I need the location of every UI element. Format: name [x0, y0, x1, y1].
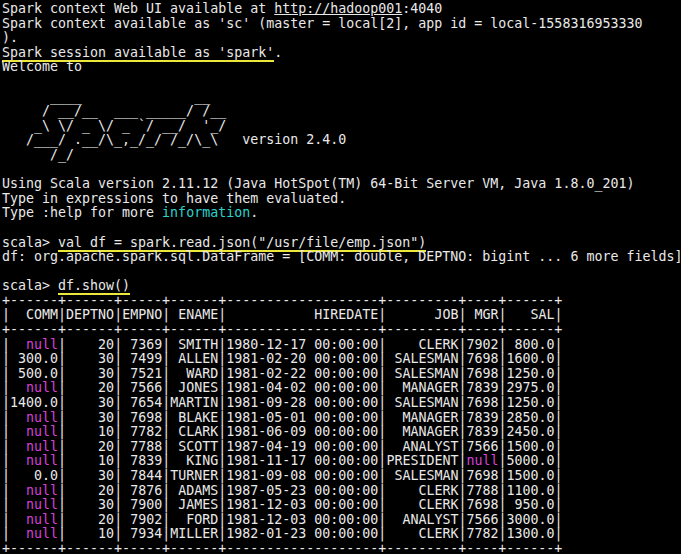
cell-value: MARTIN — [170, 395, 218, 410]
info-text: . — [250, 205, 258, 220]
cell-value: 7499 — [122, 351, 162, 366]
cell-value: 1500.0 — [507, 439, 555, 454]
cell-value: FORD — [170, 512, 218, 527]
cell-value: ANALYST — [386, 512, 458, 527]
cell-value: 7876 — [122, 483, 162, 498]
cell-value: 1250.0 — [507, 395, 555, 410]
table-border-line: +------+------+-----+------+------------… — [2, 294, 681, 309]
table-separator: | — [555, 380, 563, 395]
null-value: null — [10, 512, 58, 527]
cell-value: 10 — [66, 526, 114, 541]
cell-value: 30 — [66, 468, 114, 483]
table-separator: | — [58, 380, 66, 395]
cell-value: 7788 — [466, 483, 498, 498]
table-separator: | — [58, 483, 66, 498]
cell-value: 1300.0 — [507, 526, 555, 541]
table-separator: | — [162, 410, 170, 425]
table-separator: | — [58, 453, 66, 468]
column-header: HIREDATE — [226, 307, 378, 322]
table-separator: | — [162, 424, 170, 439]
cell-value: CLERK — [386, 337, 458, 352]
table-separator: | — [2, 337, 10, 352]
cell-value: SALESMAN — [386, 351, 458, 366]
cell-value: 30 — [66, 497, 114, 512]
cell-value: SALESMAN — [386, 468, 458, 483]
table-separator: | — [114, 380, 122, 395]
cell-value: CLERK — [386, 483, 458, 498]
table-header-line: | COMM|DEPTNO|EMPNO| ENAME| HIREDATE| JO… — [2, 308, 681, 323]
cell-value: 30 — [66, 395, 114, 410]
table-separator: | — [555, 337, 563, 352]
cell-value: 0.0 — [10, 468, 58, 483]
cell-value: JAMES — [170, 497, 218, 512]
table-separator: | — [114, 337, 122, 352]
table-separator: | — [58, 439, 66, 454]
table-separator: | — [58, 424, 66, 439]
table-separator: | — [2, 497, 10, 512]
welcome-text: Welcome to — [2, 59, 82, 74]
table-separator: | — [58, 307, 66, 322]
table-row: | 500.0| 30| 7521| WARD|1981-02-22 00:00… — [2, 367, 681, 382]
table-separator: | — [114, 526, 122, 541]
cell-value: CLARK — [170, 424, 218, 439]
cell-value: SALESMAN — [386, 366, 458, 381]
web-ui-link[interactable]: http://hadoop001 — [274, 1, 402, 16]
column-header: JOB — [386, 307, 458, 322]
terminal-line: scala> val df = spark.read.json("/usr/fi… — [2, 236, 681, 251]
table-separator: | — [555, 410, 563, 425]
cell-value: 1981-04-02 00:00:00 — [226, 380, 378, 395]
cell-value: 1500.0 — [507, 468, 555, 483]
command-output: df: org.apache.spark.sql.DataFrame = [CO… — [2, 249, 681, 264]
cell-value: 300.0 — [10, 351, 58, 366]
table-separator: | — [2, 453, 10, 468]
table-separator: | — [2, 351, 10, 366]
cell-value: 7698 — [466, 366, 498, 381]
cell-value: 10 — [66, 453, 114, 468]
table-separator: | — [114, 395, 122, 410]
cell-value: 1981-05-01 00:00:00 — [226, 410, 378, 425]
table-separator: | — [114, 307, 122, 322]
table-separator: | — [555, 395, 563, 410]
terminal-line: ____ __ — [2, 90, 681, 105]
cell-value: 7698 — [122, 410, 162, 425]
cell-value: 7902 — [466, 337, 498, 352]
table-separator: | — [58, 468, 66, 483]
cell-value: 1981-02-22 00:00:00 — [226, 366, 378, 381]
cell-value: TURNER — [170, 468, 218, 483]
table-separator: | — [555, 512, 563, 527]
table-separator: | — [162, 439, 170, 454]
cell-value: 1981-11-17 00:00:00 — [226, 453, 378, 468]
table-separator: | — [498, 307, 506, 322]
table-row: | null| 10| 7839| KING|1981-11-17 00:00:… — [2, 454, 681, 469]
cell-value: 800.0 — [507, 337, 555, 352]
cell-value: 30 — [66, 351, 114, 366]
command-text: df.show() — [58, 278, 130, 293]
cell-value: MANAGER — [386, 410, 458, 425]
terminal-line: Using Scala version 2.11.12 (Java HotSpo… — [2, 177, 681, 192]
table-separator: | — [114, 351, 122, 366]
table-separator: | — [162, 453, 170, 468]
ascii-art: / __/__ ___ _____/ /__ — [2, 103, 226, 118]
cell-value: MANAGER — [386, 380, 458, 395]
table-separator: | — [2, 483, 10, 498]
cell-value: 7844 — [122, 468, 162, 483]
ascii-art-version: /___/ .__/\_,_/_/ /_/\_\ version 2.4.0 — [2, 132, 346, 147]
terminal-line: Type in expressions to have them evaluat… — [2, 192, 681, 207]
terminal-line: /___/ .__/\_,_/_/ /_/\_\ version 2.4.0 — [2, 133, 681, 148]
table-border-line: +------+------+-----+------+------------… — [2, 323, 681, 338]
terminal-line: Type :help for more information. — [2, 206, 681, 221]
cell-value: 1981-09-28 00:00:00 — [226, 395, 378, 410]
cell-value: 2850.0 — [507, 410, 555, 425]
table-row: | null| 20| 7788| SCOTT|1987-04-19 00:00… — [2, 440, 681, 455]
table-separator: | — [555, 453, 563, 468]
cell-value: CLERK — [386, 497, 458, 512]
table-row: | null| 30| 7900| JAMES|1981-12-03 00:00… — [2, 498, 681, 513]
table-separator: | — [555, 351, 563, 366]
table-separator: | — [162, 307, 170, 322]
cell-value: 7698 — [466, 468, 498, 483]
table-separator: | — [162, 366, 170, 381]
table-separator: | — [114, 410, 122, 425]
cell-value: 7698 — [466, 497, 498, 512]
table-separator: | — [58, 351, 66, 366]
terminal-line: Spark context available as 'sc' (master … — [2, 17, 681, 32]
